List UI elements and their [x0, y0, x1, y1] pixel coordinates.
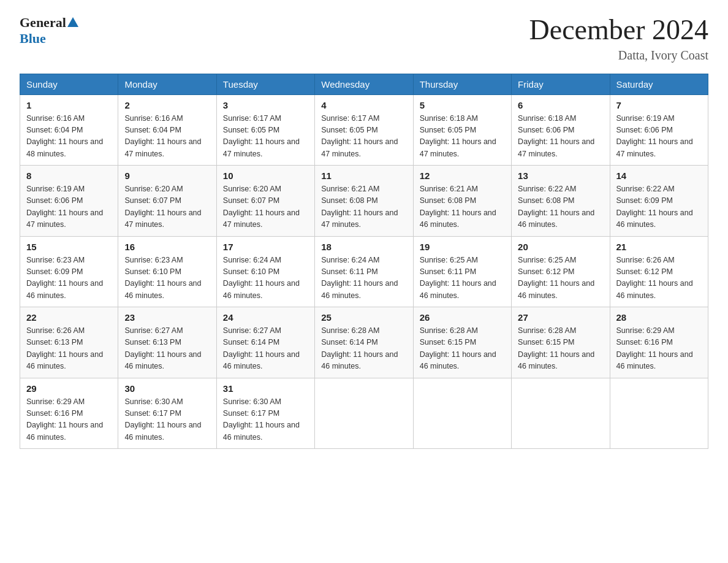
day-number: 5 — [420, 100, 505, 110]
week-row-2: 8 Sunrise: 6:19 AM Sunset: 6:06 PM Dayli… — [20, 166, 708, 237]
day-number: 23 — [124, 312, 210, 323]
logo-icon — [66, 16, 80, 29]
day-number: 12 — [420, 170, 505, 181]
day-number: 28 — [616, 312, 702, 323]
calendar-cell: 29 Sunrise: 6:29 AM Sunset: 6:16 PM Dayl… — [20, 378, 118, 449]
day-number: 8 — [26, 170, 112, 181]
day-number: 2 — [124, 100, 210, 110]
calendar-cell — [315, 378, 413, 449]
calendar-cell: 14 Sunrise: 6:22 AM Sunset: 6:09 PM Dayl… — [610, 166, 708, 237]
day-number: 31 — [223, 383, 308, 394]
page-subtitle: Datta, Ivory Coast — [529, 48, 709, 63]
calendar-cell: 11 Sunrise: 6:21 AM Sunset: 6:08 PM Dayl… — [315, 166, 413, 237]
week-row-4: 22 Sunrise: 6:26 AM Sunset: 6:13 PM Dayl… — [20, 307, 708, 378]
day-info: Sunrise: 6:21 AM Sunset: 6:08 PM Dayligh… — [321, 183, 406, 231]
day-number: 22 — [26, 312, 112, 323]
header-tuesday: Tuesday — [216, 74, 314, 94]
day-info: Sunrise: 6:29 AM Sunset: 6:16 PM Dayligh… — [26, 396, 112, 444]
day-info: Sunrise: 6:27 AM Sunset: 6:14 PM Dayligh… — [223, 325, 308, 373]
calendar-cell: 21 Sunrise: 6:26 AM Sunset: 6:12 PM Dayl… — [610, 236, 708, 307]
calendar-cell — [610, 378, 708, 449]
day-info: Sunrise: 6:21 AM Sunset: 6:08 PM Dayligh… — [420, 183, 505, 231]
day-number: 15 — [26, 242, 112, 252]
calendar-cell: 9 Sunrise: 6:20 AM Sunset: 6:07 PM Dayli… — [118, 166, 216, 237]
day-info: Sunrise: 6:22 AM Sunset: 6:08 PM Dayligh… — [518, 183, 603, 231]
header-wednesday: Wednesday — [315, 74, 413, 94]
calendar-cell: 16 Sunrise: 6:23 AM Sunset: 6:10 PM Dayl… — [118, 236, 216, 307]
day-number: 24 — [223, 312, 308, 323]
day-number: 17 — [223, 242, 308, 252]
day-info: Sunrise: 6:30 AM Sunset: 6:17 PM Dayligh… — [223, 396, 308, 444]
calendar-cell: 28 Sunrise: 6:29 AM Sunset: 6:16 PM Dayl… — [610, 307, 708, 378]
day-number: 14 — [616, 170, 702, 181]
calendar-cell: 26 Sunrise: 6:28 AM Sunset: 6:15 PM Dayl… — [413, 307, 511, 378]
day-info: Sunrise: 6:19 AM Sunset: 6:06 PM Dayligh… — [26, 183, 112, 231]
svg-marker-0 — [67, 17, 78, 27]
day-number: 30 — [124, 383, 210, 394]
calendar-table: SundayMondayTuesdayWednesdayThursdayFrid… — [20, 74, 708, 450]
calendar-cell: 30 Sunrise: 6:30 AM Sunset: 6:17 PM Dayl… — [118, 378, 216, 449]
day-info: Sunrise: 6:30 AM Sunset: 6:17 PM Dayligh… — [124, 396, 210, 444]
calendar-cell: 10 Sunrise: 6:20 AM Sunset: 6:07 PM Dayl… — [216, 166, 314, 237]
header-monday: Monday — [118, 74, 216, 94]
calendar-cell: 22 Sunrise: 6:26 AM Sunset: 6:13 PM Dayl… — [20, 307, 118, 378]
title-block: December 2024 Datta, Ivory Coast — [529, 15, 709, 63]
calendar-cell — [413, 378, 511, 449]
calendar-cell: 18 Sunrise: 6:24 AM Sunset: 6:11 PM Dayl… — [315, 236, 413, 307]
day-info: Sunrise: 6:19 AM Sunset: 6:06 PM Dayligh… — [616, 113, 702, 161]
day-info: Sunrise: 6:17 AM Sunset: 6:05 PM Dayligh… — [223, 113, 308, 161]
day-info: Sunrise: 6:23 AM Sunset: 6:09 PM Dayligh… — [26, 255, 112, 302]
day-number: 18 — [321, 242, 406, 252]
calendar-cell: 2 Sunrise: 6:16 AM Sunset: 6:04 PM Dayli… — [118, 94, 216, 166]
calendar-cell: 27 Sunrise: 6:28 AM Sunset: 6:15 PM Dayl… — [512, 307, 610, 378]
calendar-cell: 15 Sunrise: 6:23 AM Sunset: 6:09 PM Dayl… — [20, 236, 118, 307]
calendar-cell: 3 Sunrise: 6:17 AM Sunset: 6:05 PM Dayli… — [216, 94, 314, 166]
logo-blue-text: Blue — [20, 31, 46, 46]
day-number: 3 — [223, 100, 308, 110]
header-sunday: Sunday — [20, 74, 118, 94]
day-info: Sunrise: 6:16 AM Sunset: 6:04 PM Dayligh… — [124, 113, 210, 161]
day-number: 9 — [124, 170, 210, 181]
calendar-cell — [512, 378, 610, 449]
day-info: Sunrise: 6:20 AM Sunset: 6:07 PM Dayligh… — [124, 183, 210, 231]
day-info: Sunrise: 6:29 AM Sunset: 6:16 PM Dayligh… — [616, 325, 702, 373]
calendar-cell: 5 Sunrise: 6:18 AM Sunset: 6:05 PM Dayli… — [413, 94, 511, 166]
header-friday: Friday — [512, 74, 610, 94]
day-info: Sunrise: 6:28 AM Sunset: 6:15 PM Dayligh… — [420, 325, 505, 373]
day-info: Sunrise: 6:25 AM Sunset: 6:12 PM Dayligh… — [518, 255, 603, 302]
day-number: 6 — [518, 100, 603, 110]
calendar-cell: 19 Sunrise: 6:25 AM Sunset: 6:11 PM Dayl… — [413, 236, 511, 307]
day-info: Sunrise: 6:17 AM Sunset: 6:05 PM Dayligh… — [321, 113, 406, 161]
calendar-cell: 23 Sunrise: 6:27 AM Sunset: 6:13 PM Dayl… — [118, 307, 216, 378]
day-info: Sunrise: 6:26 AM Sunset: 6:13 PM Dayligh… — [26, 325, 112, 373]
day-info: Sunrise: 6:18 AM Sunset: 6:05 PM Dayligh… — [420, 113, 505, 161]
header-thursday: Thursday — [413, 74, 511, 94]
day-number: 19 — [420, 242, 505, 252]
calendar-cell: 6 Sunrise: 6:18 AM Sunset: 6:06 PM Dayli… — [512, 94, 610, 166]
day-info: Sunrise: 6:25 AM Sunset: 6:11 PM Dayligh… — [420, 255, 505, 302]
day-number: 7 — [616, 100, 702, 110]
day-info: Sunrise: 6:28 AM Sunset: 6:15 PM Dayligh… — [518, 325, 603, 373]
calendar-cell: 7 Sunrise: 6:19 AM Sunset: 6:06 PM Dayli… — [610, 94, 708, 166]
calendar-cell: 12 Sunrise: 6:21 AM Sunset: 6:08 PM Dayl… — [413, 166, 511, 237]
logo: General Blue — [20, 15, 80, 47]
day-info: Sunrise: 6:27 AM Sunset: 6:13 PM Dayligh… — [124, 325, 210, 373]
day-number: 10 — [223, 170, 308, 181]
day-number: 16 — [124, 242, 210, 252]
day-number: 25 — [321, 312, 406, 323]
calendar-cell: 17 Sunrise: 6:24 AM Sunset: 6:10 PM Dayl… — [216, 236, 314, 307]
calendar-cell: 8 Sunrise: 6:19 AM Sunset: 6:06 PM Dayli… — [20, 166, 118, 237]
page-header: General Blue December 2024 Datta, Ivory … — [20, 15, 708, 63]
week-row-1: 1 Sunrise: 6:16 AM Sunset: 6:04 PM Dayli… — [20, 94, 708, 166]
day-number: 20 — [518, 242, 603, 252]
day-number: 1 — [26, 100, 112, 110]
day-number: 4 — [321, 100, 406, 110]
day-number: 11 — [321, 170, 406, 181]
day-info: Sunrise: 6:24 AM Sunset: 6:11 PM Dayligh… — [321, 255, 406, 302]
header-saturday: Saturday — [610, 74, 708, 94]
day-info: Sunrise: 6:26 AM Sunset: 6:12 PM Dayligh… — [616, 255, 702, 302]
day-number: 21 — [616, 242, 702, 252]
day-info: Sunrise: 6:22 AM Sunset: 6:09 PM Dayligh… — [616, 183, 702, 231]
day-number: 26 — [420, 312, 505, 323]
day-info: Sunrise: 6:20 AM Sunset: 6:07 PM Dayligh… — [223, 183, 308, 231]
